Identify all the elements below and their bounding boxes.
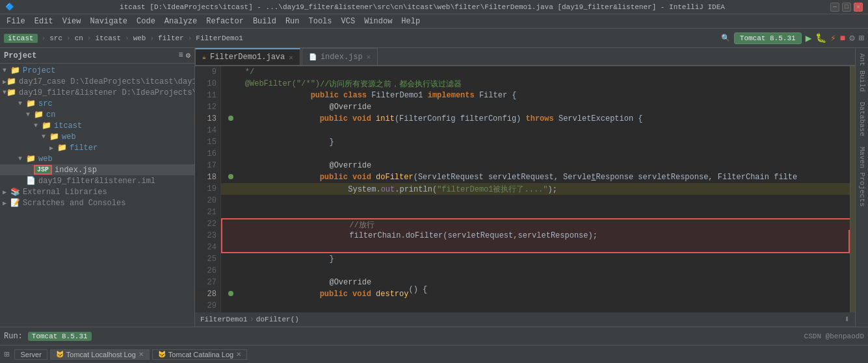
expand-filter-icon: ▶ [49,144,57,152]
web-src-folder-icon: 📁 [49,132,59,142]
bc-src[interactable]: src [49,34,62,42]
line-14: 14 [195,125,220,136]
java-file-icon: ☕ [202,53,206,61]
sidebar-item-web-src[interactable]: ▼ 📁 web [0,131,194,142]
src-folder-icon: 📁 [26,99,36,108]
footer-localhost-log-tab[interactable]: 🐱 Tomcat Localhost Log ✕ [50,349,150,360]
sidebar-item-day17[interactable]: ▶ 📁 day17_case D:\IdeaProjects\itcast\da… [0,76,194,87]
footer-catalina-close[interactable]: ✕ [236,351,241,358]
bc-cn[interactable]: cn [75,34,83,42]
menu-edit[interactable]: Edit [31,16,57,27]
bc-web[interactable]: web [133,34,146,42]
code-editor[interactable]: 9 10 11 12 13 14 15 16 17 18 19 20 21 22… [195,66,855,312]
footer-tabs: ⊞ Server 🐱 Tomcat Localhost Log ✕ 🐱 Tomc… [0,345,868,363]
menu-build[interactable]: Build [249,16,280,27]
sidebar-settings-btn[interactable]: ⚙ [186,51,191,60]
code-lines: */ @WebFilter("/*")//访问所有资源之前，都会执行该过滤器 p… [221,66,850,312]
kw-void-18: void [352,173,371,182]
footer-server-tab[interactable]: Server [14,349,47,360]
code-line-19: System.out.println("filterDemo1被执行了...."… [221,183,850,195]
bc-sep6: › [188,34,192,42]
bc-filter[interactable]: filter [158,34,184,42]
override-12: @Override [329,103,371,112]
iml-icon: 📄 [26,176,36,186]
bc-bottom-filterdemo1: FilterDemo1 [200,316,248,323]
project-breadcrumb[interactable]: itcast [4,34,38,43]
bc-sep3: › [87,34,92,42]
sidebar-item-day19[interactable]: ▼ 📁 day19_filter&listener D:\IdeaProject… [0,87,194,98]
sidebar-item-cn[interactable]: ▼ 📁 cn [0,109,194,120]
code-line-9: */ [221,66,850,78]
window-controls: — □ ✕ [830,3,863,12]
menu-run[interactable]: Run [282,16,304,27]
tab-index-jsp-close[interactable]: ✕ [367,53,371,61]
close-button[interactable]: ✕ [854,3,863,12]
menu-tools[interactable]: Tools [305,16,336,27]
maximize-button[interactable]: □ [842,3,851,12]
kw-public-28: public [320,290,348,299]
project-folder-icon: 📁 [10,66,20,75]
override-17: @Override [329,161,371,170]
editor-wrapper: 9 10 11 12 13 14 15 16 17 18 19 20 21 22… [195,66,855,327]
code-line-25: } [221,253,850,265]
run-tomcat-tag[interactable]: Tomcat 8.5.31 [28,332,92,341]
bc-bottom-sep: › [250,315,254,324]
toolbar: itcast › src › cn › itcast › web › filte… [0,29,868,48]
menu-analyze[interactable]: Analyze [161,16,201,27]
sidebar-item-index-jsp[interactable]: JSP index.jsp [0,164,194,175]
main-area: Project ≡ ⚙ ▼ 📁 Project ▶ 📁 day17_case D… [0,48,868,327]
interface-11: Filter { [479,91,517,100]
code-line-10: @WebFilter("/*")//访问所有资源之前，都会执行该过滤器 [221,78,850,90]
maven-projects-panel[interactable]: Maven Projects [857,144,867,209]
menu-refactor[interactable]: Refactor [202,16,248,27]
scroll-bottom-btn[interactable]: ⬇ [845,314,850,325]
run-button[interactable]: ▶ [806,32,812,45]
param-filterconfig: FilterConfig filterConfig [399,114,516,123]
build-button[interactable]: ⚡ [830,32,835,44]
debug-button[interactable]: 🐛 [815,32,826,44]
sidebar-item-ext-libs[interactable]: ▶ 📚 External Libraries [0,186,194,197]
tab-filterdemo1[interactable]: ☕ FilterDemo1.java ✕ [195,48,300,65]
footer-localhost-close[interactable]: ✕ [138,351,144,358]
line9-content: */ [226,68,254,77]
tomcat-icon: 🐱 [56,351,64,358]
menu-navigate[interactable]: Navigate [86,16,131,27]
stop-button[interactable]: ■ [840,33,845,44]
menu-vcs[interactable]: VCS [337,16,360,27]
bc-itcast[interactable]: itcast [95,34,121,42]
menu-window[interactable]: Window [360,16,396,27]
footer-catalina-log-tab[interactable]: 🐱 Tomcat Catalina Log ✕ [152,349,247,360]
search-icon[interactable]: 🔍 [721,34,730,42]
bc-filterdemo1[interactable]: FilterDemo1 [196,34,243,42]
settings-icon[interactable]: ⚙ [849,32,854,44]
database-panel[interactable]: Database [857,99,867,139]
web-root-label: web [38,155,53,164]
sidebar-item-project[interactable]: ▼ 📁 Project [0,65,194,76]
day19-folder-icon: 📁 [7,88,16,97]
layout-icon[interactable]: ⊞ [859,32,864,44]
tab-filterdemo1-close[interactable]: ✕ [289,53,293,62]
code-content[interactable]: */ @WebFilter("/*")//访问所有资源之前，都会执行该过滤器 p… [221,66,850,312]
system-out: System.out.println("filterDemo1被执行了...."… [348,184,557,195]
menu-code[interactable]: Code [133,16,159,27]
sidebar-item-itcast[interactable]: ▼ 📁 itcast [0,120,194,131]
menu-view[interactable]: View [59,16,85,27]
tomcat-run-config[interactable]: Tomcat 8.5.31 [734,32,802,44]
sidebar-item-filter[interactable]: ▶ 📁 filter [0,142,194,153]
footer-icon: ⊞ [4,349,9,360]
exception-13: ServletException { [559,114,643,123]
sidebar-collapse-btn[interactable]: ≡ [179,51,183,60]
line-24: 24 [195,242,220,253]
ant-build-panel[interactable]: Ant Build [857,51,867,94]
sidebar-item-src[interactable]: ▼ 📁 src [0,98,194,109]
sidebar-item-web-root[interactable]: ▼ 📁 web [0,153,194,164]
bc-sep1: › [42,34,46,42]
sidebar-item-iml[interactable]: 📄 day19_filter&listener.iml [0,175,194,186]
ext-libs-icon: 📚 [10,187,20,197]
sidebar-item-scratches[interactable]: ▶ 📝 Scratches and Consoles [0,197,194,208]
menu-help[interactable]: Help [397,16,424,27]
minimize-button[interactable]: — [830,3,839,12]
menu-file[interactable]: File [3,16,29,27]
tab-index-jsp[interactable]: 📄 index.jsp ✕ [302,48,378,65]
params-dofilter: ServletRequest servletRequest, ServletRe… [418,173,797,182]
